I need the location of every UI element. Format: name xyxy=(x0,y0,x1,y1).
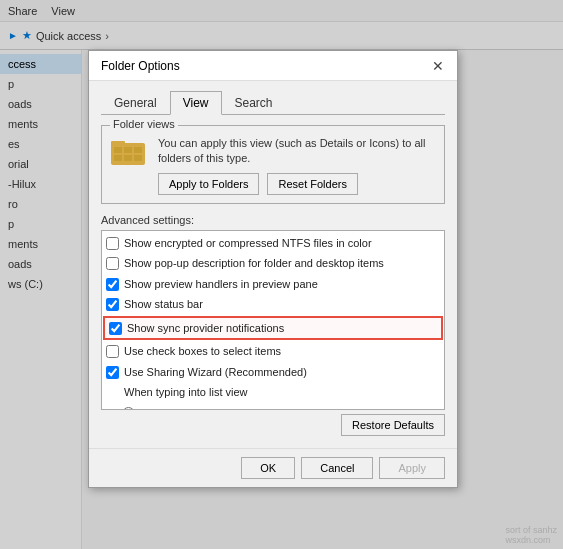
settings-list-container[interactable]: Show encrypted or compressed NTFS files … xyxy=(101,230,445,410)
svg-rect-2 xyxy=(114,147,122,153)
folder-views-right: You can apply this view (such as Details… xyxy=(158,136,436,195)
setting-show-encrypted: Show encrypted or compressed NTFS files … xyxy=(102,233,444,254)
setting-auto-type: Automatically type into the Search Box xyxy=(102,403,444,410)
apply-button[interactable]: Apply xyxy=(379,457,445,479)
ok-button[interactable]: OK xyxy=(241,457,295,479)
restore-defaults-row: Restore Defaults xyxy=(101,410,445,438)
folder-options-dialog: Folder Options ✕ General View Search Fol… xyxy=(88,50,458,488)
label-use-checkboxes: Use check boxes to select items xyxy=(124,343,281,360)
label-when-typing: When typing into list view xyxy=(124,384,248,401)
label-auto-type: Automatically type into the Search Box xyxy=(140,405,328,410)
setting-show-preview: Show preview handlers in preview pane xyxy=(102,274,444,295)
checkbox-use-checkboxes[interactable] xyxy=(106,345,119,358)
tab-view[interactable]: View xyxy=(170,91,222,115)
svg-rect-1 xyxy=(111,141,125,146)
folder-views-description: You can apply this view (such as Details… xyxy=(158,136,436,167)
watermark: sort of sanhzwsxdn.com xyxy=(505,525,557,545)
dialog-footer: OK Cancel Apply xyxy=(89,448,457,487)
label-use-sharing: Use Sharing Wizard (Recommended) xyxy=(124,364,307,381)
svg-rect-3 xyxy=(124,147,132,153)
svg-rect-0 xyxy=(111,143,145,165)
svg-rect-5 xyxy=(114,155,122,161)
dialog-body: General View Search Folder views xyxy=(89,81,457,448)
dialog-title: Folder Options xyxy=(101,59,180,73)
apply-to-folders-button[interactable]: Apply to Folders xyxy=(158,173,259,195)
folder-views-content: You can apply this view (such as Details… xyxy=(110,136,436,195)
checkbox-show-preview[interactable] xyxy=(106,278,119,291)
radio-auto-type[interactable] xyxy=(122,407,135,410)
label-show-sync: Show sync provider notifications xyxy=(127,320,284,337)
checkbox-show-popup[interactable] xyxy=(106,257,119,270)
checkbox-show-status[interactable] xyxy=(106,298,119,311)
cancel-button[interactable]: Cancel xyxy=(301,457,373,479)
setting-show-sync: Show sync provider notifications xyxy=(103,316,443,341)
label-show-encrypted: Show encrypted or compressed NTFS files … xyxy=(124,235,372,252)
setting-use-checkboxes: Use check boxes to select items xyxy=(102,341,444,362)
dialog-titlebar: Folder Options ✕ xyxy=(89,51,457,81)
checkbox-use-sharing[interactable] xyxy=(106,366,119,379)
setting-when-typing-header: When typing into list view xyxy=(102,382,444,403)
checkbox-show-sync[interactable] xyxy=(109,322,122,335)
setting-show-status: Show status bar xyxy=(102,294,444,315)
folder-views-buttons: Apply to Folders Reset Folders xyxy=(158,173,436,195)
tab-search[interactable]: Search xyxy=(222,91,286,115)
tab-general[interactable]: General xyxy=(101,91,170,115)
advanced-settings-area: Advanced settings: Show encrypted or com… xyxy=(101,214,445,438)
label-show-status: Show status bar xyxy=(124,296,203,313)
dialog-close-button[interactable]: ✕ xyxy=(427,55,449,77)
settings-list: Show encrypted or compressed NTFS files … xyxy=(102,231,444,410)
svg-rect-7 xyxy=(134,155,142,161)
folder-views-section: Folder views xyxy=(101,125,445,204)
label-show-popup: Show pop-up description for folder and d… xyxy=(124,255,384,272)
setting-show-popup: Show pop-up description for folder and d… xyxy=(102,253,444,274)
restore-defaults-button[interactable]: Restore Defaults xyxy=(341,414,445,436)
folder-icon xyxy=(110,136,148,168)
advanced-settings-label: Advanced settings: xyxy=(101,214,445,226)
svg-rect-4 xyxy=(134,147,142,153)
svg-rect-6 xyxy=(124,155,132,161)
folder-views-label: Folder views xyxy=(110,118,178,130)
checkbox-show-encrypted[interactable] xyxy=(106,237,119,250)
tab-bar: General View Search xyxy=(101,91,445,115)
label-show-preview: Show preview handlers in preview pane xyxy=(124,276,318,293)
setting-use-sharing: Use Sharing Wizard (Recommended) xyxy=(102,362,444,383)
reset-folders-button[interactable]: Reset Folders xyxy=(267,173,357,195)
